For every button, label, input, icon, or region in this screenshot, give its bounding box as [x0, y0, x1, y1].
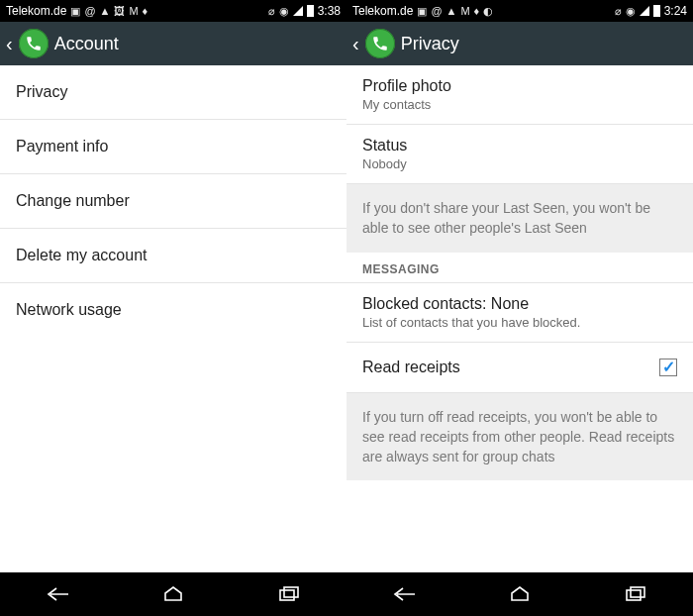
privacy-item-profile-photo[interactable]: Profile photo My contacts	[346, 65, 693, 125]
privacy-item-blocked-contacts[interactable]: Blocked contacts: None List of contacts …	[346, 283, 693, 343]
account-item-payment-info[interactable]: Payment info	[0, 120, 346, 174]
wifi-icon: ◉	[279, 5, 289, 18]
fire-icon: ♦	[143, 5, 148, 17]
nav-home-button[interactable]	[507, 581, 533, 607]
svg-rect-0	[280, 590, 294, 600]
back-icon[interactable]: ‹	[352, 34, 359, 53]
clock-label: 3:24	[664, 4, 687, 18]
svg-rect-3	[631, 587, 644, 597]
wifi-icon: ◉	[626, 5, 636, 18]
item-value: Nobody	[362, 156, 677, 171]
nav-recent-button[interactable]	[623, 581, 648, 607]
mail-icon: M	[129, 5, 138, 17]
signal-icon	[640, 6, 649, 16]
phone-icon: ⌀	[615, 5, 622, 18]
status-bar: Telekom.de ▣ @ ▲ 🖼 M ♦ ⌀ ◉ 3:38	[0, 0, 346, 22]
nav-back-button[interactable]	[45, 581, 70, 607]
privacy-list: Profile photo My contacts Status Nobody …	[346, 65, 693, 572]
read-receipts-info: If you turn off read receipts, you won't…	[346, 393, 693, 481]
app-bar: ‹ Account	[0, 22, 346, 65]
clock-label: 3:38	[318, 4, 341, 18]
account-item-delete-account[interactable]: Delete my account	[0, 229, 346, 283]
warning-icon: ▲	[446, 5, 457, 17]
account-item-privacy[interactable]: Privacy	[0, 65, 346, 120]
fire-icon: ♦	[474, 5, 480, 17]
status-icon-group: ▣	[70, 5, 80, 18]
back-icon[interactable]: ‹	[6, 34, 13, 53]
carrier-label: Telekom.de	[352, 4, 413, 18]
appbar-title: Account	[54, 34, 119, 54]
app-bar: ‹ Privacy	[346, 22, 693, 65]
battery-icon	[307, 5, 314, 17]
carrier-label: Telekom.de	[6, 4, 66, 18]
svg-rect-2	[627, 590, 641, 600]
appbar-title: Privacy	[401, 34, 459, 54]
at-icon: @	[84, 5, 95, 17]
account-item-network-usage[interactable]: Network usage	[0, 283, 346, 337]
svg-rect-1	[284, 587, 298, 597]
privacy-item-read-receipts[interactable]: Read receipts	[346, 343, 693, 393]
android-navbar	[0, 572, 693, 616]
nav-recent-button[interactable]	[276, 581, 302, 607]
privacy-screen: Telekom.de ▣ @ ▲ M ♦ ◐ ⌀ ◉ 3:24 ‹ Privac…	[346, 0, 693, 572]
privacy-item-status[interactable]: Status Nobody	[346, 125, 693, 184]
item-subtitle: List of contacts that you have blocked.	[362, 315, 677, 330]
list-item-label: Network usage	[16, 301, 122, 318]
item-title: Blocked contacts: None	[362, 295, 677, 313]
item-title: Status	[362, 137, 677, 154]
status-icon-group: ▣	[417, 5, 427, 18]
whatsapp-logo-icon[interactable]	[365, 29, 395, 58]
image-icon: 🖼	[114, 5, 125, 17]
list-item-label: Change number	[16, 192, 130, 209]
account-screen: Telekom.de ▣ @ ▲ 🖼 M ♦ ⌀ ◉ 3:38 ‹ Accoun…	[0, 0, 346, 572]
last-seen-info: If you don't share your Last Seen, you w…	[346, 184, 693, 253]
account-list: Privacy Payment info Change number Delet…	[0, 65, 346, 572]
item-title: Read receipts	[362, 359, 659, 376]
item-value: My contacts	[362, 97, 677, 112]
read-receipts-checkbox[interactable]	[659, 359, 677, 376]
signal-icon	[293, 6, 303, 16]
mail-icon: M	[460, 5, 469, 17]
whatsapp-logo-icon[interactable]	[19, 29, 49, 58]
list-item-label: Delete my account	[16, 247, 148, 263]
status-bar: Telekom.de ▣ @ ▲ M ♦ ◐ ⌀ ◉ 3:24	[346, 0, 693, 22]
nav-back-button[interactable]	[391, 581, 417, 607]
section-header-messaging: MESSAGING	[346, 253, 693, 283]
account-item-change-number[interactable]: Change number	[0, 174, 346, 229]
sync-icon: ◐	[483, 5, 493, 18]
battery-icon	[653, 5, 660, 17]
list-item-label: Privacy	[16, 83, 67, 100]
phone-icon: ⌀	[268, 5, 275, 18]
at-icon: @	[431, 5, 442, 17]
nav-home-button[interactable]	[160, 581, 186, 607]
list-item-label: Payment info	[16, 138, 108, 154]
warning-icon: ▲	[100, 5, 111, 17]
item-title: Profile photo	[362, 77, 677, 95]
